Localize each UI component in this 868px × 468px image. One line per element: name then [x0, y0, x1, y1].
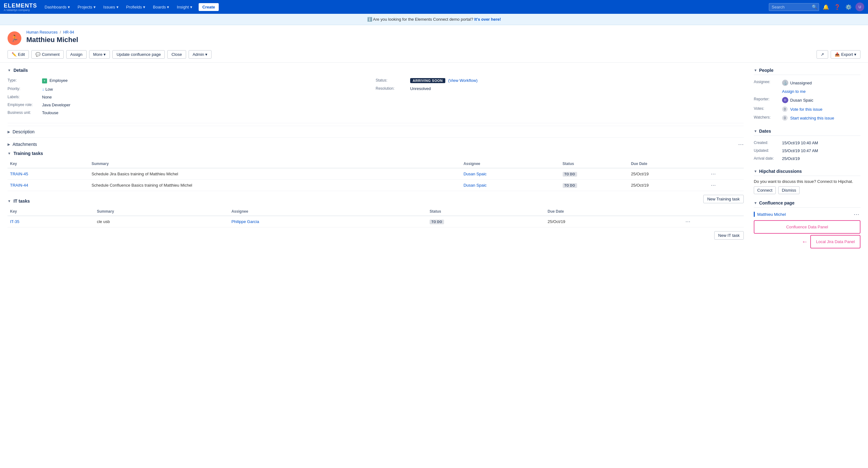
- confluence-header[interactable]: ▼ Confluence page: [754, 200, 861, 208]
- people-section: ▼ People Assignee: ⚓ Unassigned Assign t…: [754, 68, 861, 122]
- details-header[interactable]: ▼ Details: [7, 68, 744, 73]
- dates-section: ▼ Dates Created: 15/Oct/19 10:40 AM Upda…: [754, 129, 861, 163]
- breadcrumb-project[interactable]: Human Resources: [26, 30, 57, 34]
- export-icon: 📤: [835, 52, 840, 57]
- it-35-link[interactable]: IT-35: [10, 219, 20, 224]
- new-training-task-button[interactable]: New Training task: [703, 195, 744, 203]
- nav-boards[interactable]: Boards ▾: [150, 3, 172, 11]
- dates-header[interactable]: ▼ Dates: [754, 129, 861, 136]
- resolution-label: Resolution:: [376, 86, 410, 91]
- page-title: Matthieu Michel: [26, 36, 78, 44]
- info-bar-link[interactable]: It's over here!: [474, 17, 501, 22]
- settings-icon[interactable]: ⚙️: [844, 3, 853, 11]
- col-assignee: Assignee: [461, 160, 560, 168]
- votes-label: Votes:: [754, 106, 782, 111]
- it-35-due: 25/Oct/19: [545, 216, 683, 227]
- close-button[interactable]: Close: [167, 50, 186, 59]
- watchers-link[interactable]: Start watching this issue: [790, 116, 834, 121]
- it-tasks-label: IT tasks: [13, 199, 30, 204]
- arrow-left-icon: ←: [802, 238, 808, 245]
- votes-row: Votes: 0 Vote for this issue: [754, 105, 861, 113]
- it-35-assignee[interactable]: Philippe Garcia: [231, 219, 259, 224]
- attachments-more-icon[interactable]: ⋯: [738, 141, 744, 148]
- train-44-link[interactable]: TRAIN-44: [10, 183, 28, 188]
- nav-profields[interactable]: Profields ▾: [124, 3, 148, 11]
- attachments-section[interactable]: ▶ Attachments ⋯: [7, 137, 744, 151]
- share-button[interactable]: ↗: [816, 50, 828, 59]
- new-it-task-button[interactable]: New IT task: [714, 231, 744, 240]
- hipchat-dismiss-button[interactable]: Dismiss: [778, 186, 800, 194]
- watchers-row: Watchers: 0 Start watching this issue: [754, 113, 861, 122]
- detail-priority: Priority: ↓ Low: [7, 85, 376, 93]
- hipchat-text: Do you want to discuss this issue? Conne…: [754, 179, 861, 184]
- train-45-link[interactable]: TRAIN-45: [10, 172, 28, 176]
- created-label: Created:: [754, 140, 782, 145]
- training-tasks-header[interactable]: ▼ Training tasks: [7, 151, 744, 156]
- issue-icon: 🏃: [7, 31, 21, 45]
- vote-link[interactable]: Vote for this issue: [790, 107, 823, 112]
- nav-dashboards[interactable]: Dashboards ▾: [42, 3, 72, 11]
- assignee-avatar: ⚓: [782, 80, 788, 86]
- assign-to-me-link[interactable]: Assign to me: [782, 89, 806, 94]
- nav-right: 🔍 🔔 ❓ ⚙️ U: [769, 2, 864, 11]
- train-44-assignee[interactable]: Dusan Spaic: [464, 183, 487, 188]
- breadcrumb: Human Resources / HR-94: [26, 30, 78, 34]
- info-bar-icon: ℹ️: [367, 17, 372, 22]
- edit-button[interactable]: ✏️ Edit: [7, 50, 29, 59]
- confluence-page-title[interactable]: Matthieu Michel: [757, 212, 786, 217]
- detail-employee-role: Employee role: Java Developer: [7, 101, 376, 109]
- user-avatar[interactable]: U: [856, 2, 864, 11]
- confluence-more-icon[interactable]: ⋯: [852, 211, 861, 218]
- nav-issues[interactable]: Issues ▾: [101, 3, 121, 11]
- hipchat-label: Hipchat discussions: [759, 169, 802, 174]
- resolution-value: Unresolved: [410, 86, 431, 91]
- assign-button[interactable]: Assign: [66, 50, 87, 59]
- arrival-value: 25/Oct/19: [782, 156, 800, 161]
- priority-value: ↓ Low: [42, 87, 53, 92]
- view-workflow-link[interactable]: (View Workflow): [448, 78, 477, 83]
- people-label: People: [759, 68, 774, 73]
- details-right-col: Status: ARRIVING SOON (View Workflow) Re…: [376, 76, 744, 117]
- it-35-actions[interactable]: ⋯: [685, 219, 690, 224]
- update-confluence-button[interactable]: Update confluence page: [112, 50, 165, 59]
- train-44-actions[interactable]: ⋯: [711, 182, 716, 188]
- people-header[interactable]: ▼ People: [754, 68, 861, 75]
- created-row: Created: 15/Oct/19 10:40 AM: [754, 139, 861, 147]
- create-button[interactable]: Create: [199, 3, 219, 11]
- priority-icon: ↓: [42, 87, 44, 92]
- train-45-actions[interactable]: ⋯: [711, 171, 716, 177]
- comment-icon: 💬: [35, 52, 40, 57]
- notifications-icon[interactable]: 🔔: [822, 3, 830, 11]
- watchers-count: 0: [782, 115, 788, 121]
- confluence-data-panel[interactable]: Confluence Data Panel: [754, 220, 861, 234]
- it-tasks-section: ▼ IT tasks Key Summary Assignee Status D…: [7, 199, 744, 227]
- updated-label: Updated:: [754, 148, 782, 153]
- col-due-date: Due Date: [628, 160, 709, 168]
- it-tasks-header[interactable]: ▼ IT tasks: [7, 199, 703, 204]
- labels-label: Labels:: [7, 95, 42, 99]
- hipchat-connect-button[interactable]: Connect: [754, 186, 776, 194]
- nav-projects[interactable]: Projects ▾: [75, 3, 98, 11]
- description-section[interactable]: ▶ Description: [7, 126, 744, 137]
- comment-button[interactable]: 💬 Comment: [31, 50, 63, 59]
- assignee-value: ⚓ Unassigned: [782, 80, 812, 86]
- train-45-assignee[interactable]: Dusan Spaic: [464, 172, 487, 176]
- confluence-section: ▼ Confluence page Matthieu Michel ⋯ Conf…: [754, 200, 861, 248]
- breadcrumb-issue-key[interactable]: HR-94: [63, 30, 74, 34]
- logo-sub: A Valiantys company: [4, 8, 37, 11]
- search-input[interactable]: [769, 3, 819, 11]
- reporter-value: D Dusan Spaic: [782, 97, 813, 103]
- local-jira-data-panel[interactable]: Local Jira Data Panel: [810, 235, 861, 248]
- help-icon[interactable]: ❓: [833, 3, 842, 11]
- admin-button[interactable]: Admin ▾: [189, 50, 212, 59]
- employee-role-value: Java Developer: [42, 103, 70, 107]
- dates-label: Dates: [759, 129, 771, 134]
- export-button[interactable]: 📤 Export ▾: [831, 50, 861, 59]
- confluence-content: Matthieu Michel ⋯ Confluence Data Panel …: [754, 211, 861, 248]
- nav-insight[interactable]: Insight ▾: [174, 3, 194, 11]
- admin-chevron-icon: ▾: [205, 52, 208, 57]
- train-45-due: 25/Oct/19: [628, 168, 709, 180]
- it-tasks-chevron-icon: ▼: [7, 199, 11, 203]
- more-button[interactable]: More ▾: [89, 50, 110, 59]
- hipchat-header[interactable]: ▼ Hipchat discussions: [754, 169, 861, 176]
